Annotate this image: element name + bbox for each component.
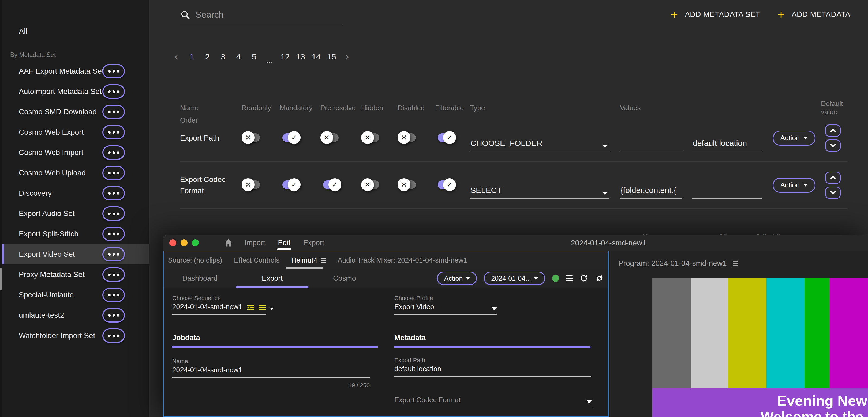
move-down-button[interactable]	[825, 139, 841, 152]
window-nav-tab[interactable]: Edit	[278, 235, 291, 250]
page-button[interactable]: 12	[279, 50, 291, 63]
values-input[interactable]: {folder.content.{	[620, 186, 682, 199]
toggle-disabled[interactable]	[398, 178, 418, 191]
page-button[interactable]: 3	[217, 50, 229, 63]
add-metadata-button[interactable]: + ADD METADATA	[777, 9, 850, 20]
menu-icon[interactable]	[566, 275, 572, 281]
home-button[interactable]	[223, 238, 233, 248]
name-input[interactable]: 2024-01-04-smd-new1	[172, 366, 370, 378]
date-dropdown[interactable]: 2024-01-04...	[484, 272, 545, 285]
page-button[interactable]: 5	[248, 50, 260, 63]
item-menu-button[interactable]	[102, 267, 125, 282]
item-menu-button[interactable]	[102, 206, 125, 221]
sidebar-item[interactable]: Cosmo Web Import	[2, 142, 150, 163]
next-page-button[interactable]: ›	[341, 50, 353, 63]
page-button[interactable]: 14	[310, 50, 322, 63]
plugin-tab[interactable]: Dashboard	[164, 269, 236, 288]
item-menu-button[interactable]	[102, 166, 125, 180]
action-button[interactable]: Action	[773, 131, 815, 146]
item-menu-button[interactable]	[102, 145, 125, 160]
sidebar-item[interactable]: umlaute-test2	[2, 305, 150, 325]
sidebar-item[interactable]: Cosmo SMD Download	[2, 102, 150, 122]
sidebar-item[interactable]: Cosmo Web Export	[2, 122, 150, 142]
chevron-down-icon	[803, 184, 808, 186]
item-menu-button[interactable]	[102, 186, 125, 201]
item-menu-button[interactable]	[102, 64, 125, 78]
choose-profile-select[interactable]: Export Video	[394, 303, 497, 315]
item-menu-button[interactable]	[102, 328, 125, 343]
page-button[interactable]: 15	[326, 50, 338, 63]
sidebar-item[interactable]: Export Split-Stitch	[2, 224, 150, 244]
sidebar-scrollbar[interactable]	[0, 268, 2, 290]
item-menu-button[interactable]	[102, 105, 125, 119]
sync-icon[interactable]	[595, 274, 604, 283]
default-value-input[interactable]	[692, 186, 762, 199]
window-nav-tab[interactable]: Import	[245, 235, 265, 250]
sidebar-item[interactable]: Export Audio Set	[2, 203, 150, 224]
toggle-pre-resolve[interactable]	[320, 178, 341, 191]
toggle-hidden[interactable]	[361, 178, 382, 191]
sidebar-item[interactable]: Discovery	[2, 183, 150, 203]
toggle-disabled[interactable]	[398, 131, 418, 144]
minimize-button[interactable]	[181, 239, 188, 246]
sidebar-item[interactable]: Autoimport Metadata Set	[2, 81, 150, 102]
toggle-readonly[interactable]	[242, 178, 262, 191]
prev-page-button[interactable]: ‹	[170, 50, 182, 63]
move-up-button[interactable]	[825, 125, 841, 137]
dot-icon	[113, 212, 115, 215]
export-codec-select[interactable]: Export Codec Format	[394, 396, 592, 409]
export-path-input[interactable]: default location	[394, 365, 591, 377]
item-menu-button[interactable]	[102, 84, 125, 99]
item-menu-button[interactable]	[102, 288, 125, 302]
choose-sequence-field[interactable]: 2024-01-04-smd-new1	[172, 303, 266, 315]
search-field[interactable]: Search	[180, 7, 342, 25]
window-titlebar[interactable]: ImportEditExport 2024-01-04-smd-new1	[163, 235, 868, 250]
sidebar-item[interactable]: Export Video Set	[2, 244, 150, 265]
page-button[interactable]: 4	[232, 50, 244, 63]
page-button[interactable]: 1	[186, 50, 198, 63]
sidebar-item[interactable]: Cosmo Web Upload	[2, 163, 150, 183]
plugin-tab[interactable]: Cosmo	[308, 269, 381, 288]
item-menu-button[interactable]	[102, 247, 125, 262]
move-down-button[interactable]	[825, 186, 841, 199]
page-button[interactable]: 2	[202, 50, 213, 63]
toggle-readonly[interactable]	[242, 131, 262, 144]
topbar-actions: + ADD METADATA SET + ADD METADATA	[671, 9, 850, 20]
panel-tab[interactable]: Audio Track Mixer: 2024-01-04-smd-new1	[338, 256, 467, 265]
plugin-tab[interactable]: Export	[236, 269, 308, 288]
panel-tab[interactable]: Effect Controls	[234, 256, 279, 265]
maximize-button[interactable]	[192, 239, 199, 246]
add-metadata-set-button[interactable]: + ADD METADATA SET	[671, 9, 760, 20]
toggle-filterable[interactable]	[435, 131, 456, 144]
refresh-icon[interactable]	[580, 274, 588, 283]
page-button[interactable]: ...	[264, 54, 275, 66]
action-button[interactable]: Action	[773, 178, 815, 193]
toggle-pre-resolve[interactable]	[320, 131, 341, 144]
item-menu-button[interactable]	[102, 308, 125, 322]
page-button[interactable]: 13	[295, 50, 307, 63]
window-nav-tab[interactable]: Export	[303, 235, 324, 250]
toggle-mandatory[interactable]	[280, 131, 301, 144]
sidebar-item[interactable]: Watchfolder Import Set	[2, 325, 150, 346]
panel-menu-icon[interactable]	[733, 261, 738, 266]
sidebar-item-all[interactable]: All	[2, 23, 150, 40]
type-select[interactable]: CHOOSE_FOLDER	[470, 139, 609, 151]
panel-menu-icon[interactable]	[321, 258, 326, 263]
move-up-button[interactable]	[825, 172, 841, 184]
close-button[interactable]	[169, 239, 176, 246]
sidebar-item[interactable]: Special-Umlaute	[2, 285, 150, 305]
item-menu-button[interactable]	[102, 125, 125, 139]
sidebar-item[interactable]: AAF Export Metadata Set	[2, 61, 150, 81]
toggle-filterable[interactable]	[435, 178, 456, 191]
toggle-mandatory[interactable]	[280, 178, 301, 191]
action-dropdown[interactable]: Action	[437, 272, 477, 285]
sidebar-item[interactable]: Proxy Metadata Set	[2, 265, 150, 285]
editor-window: ImportEditExport 2024-01-04-smd-new1 Sou…	[163, 235, 868, 417]
panel-tab[interactable]: Source: (no clips)	[168, 256, 222, 265]
toggle-hidden[interactable]	[361, 131, 382, 144]
values-input[interactable]	[620, 139, 682, 151]
panel-tab[interactable]: Helmut4	[291, 256, 326, 265]
type-select[interactable]: SELECT	[470, 186, 609, 199]
default-value-input[interactable]: default location	[692, 139, 762, 151]
item-menu-button[interactable]	[102, 227, 125, 241]
